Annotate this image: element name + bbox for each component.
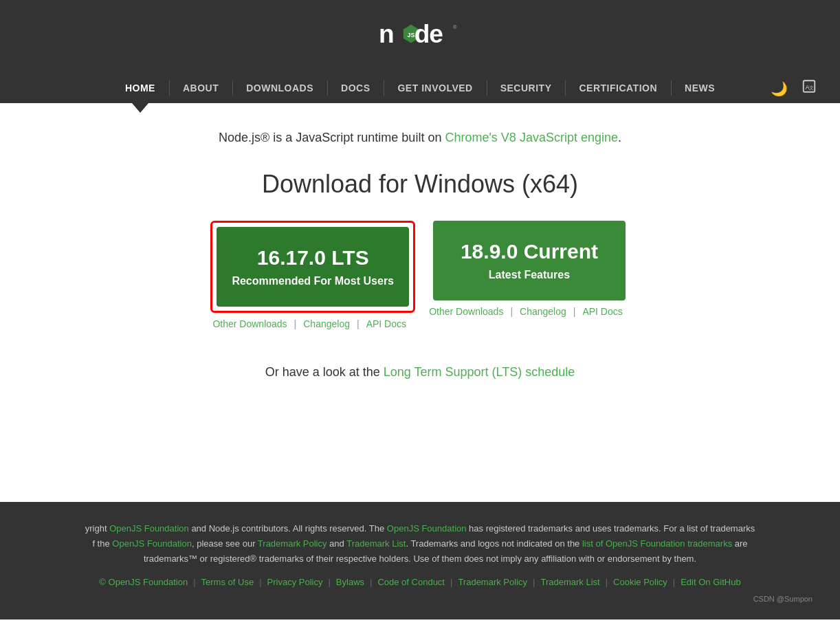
nav-link-security[interactable]: SECURITY — [487, 73, 566, 103]
nav-item-about[interactable]: ABOUT — [169, 73, 232, 103]
footer-links: © OpenJS Foundation | Terms of Use | Pri… — [27, 575, 813, 590]
footer-text-7: . Trademarks and logos not indicated on … — [406, 538, 582, 549]
footer-text-4: f the OpenJS Foundation, please see our … — [27, 536, 813, 551]
footer-link-conduct[interactable]: Code of Conduct — [372, 575, 450, 590]
openjs-trademarks-link[interactable]: list of OpenJS Foundation trademarks — [582, 538, 732, 549]
footer-text-9: trademarks™ or registered® trademarks of… — [27, 551, 813, 567]
nav-item-downloads[interactable]: DOWNLOADS — [232, 73, 327, 103]
footer-link-cookie[interactable]: Cookie Policy — [608, 575, 673, 590]
nav-link-docs[interactable]: DOCS — [327, 73, 384, 103]
footer-link-terms[interactable]: Terms of Use — [196, 575, 260, 590]
nav-link-home[interactable]: HOME — [111, 73, 169, 103]
nav-item-get-involved[interactable]: GET INVOLVED — [384, 73, 486, 103]
footer-link-trademark-policy[interactable]: Trademark Policy — [452, 575, 533, 590]
svg-text:文: 文 — [809, 85, 814, 91]
trademark-policy-link-1[interactable]: Trademark Policy — [258, 538, 327, 549]
logo-area: n JS de ® — [379, 12, 461, 61]
footer-copyright-start: yright — [85, 523, 109, 534]
footer-text-8: are — [732, 538, 747, 549]
nav-link-about[interactable]: ABOUT — [169, 73, 232, 103]
intro-text-after: . — [618, 131, 621, 144]
main-content: Node.js® is a JavaScript runtime built o… — [0, 103, 840, 502]
footer-text-3: has registered trademarks and uses trade… — [466, 523, 755, 534]
dark-mode-button[interactable]: 🌙 — [768, 77, 791, 99]
openjs-foundation-link-2[interactable]: OpenJS Foundation — [387, 523, 467, 534]
lts-download-button[interactable]: 16.17.0 LTS Recommended For Most Users — [217, 227, 409, 307]
download-buttons: 16.17.0 LTS Recommended For Most Users O… — [210, 221, 630, 329]
nav-item-news[interactable]: NEWS — [671, 73, 729, 103]
lts-schedule-paragraph: Or have a look at the Long Term Support … — [265, 365, 575, 380]
svg-text:JS: JS — [408, 32, 415, 39]
svg-text:de: de — [415, 19, 443, 48]
footer-credit: CSDN @Sumpon — [27, 593, 813, 606]
nodejs-logo: n JS de ® — [379, 12, 461, 61]
nav-link-certification[interactable]: CERTIFICATION — [565, 73, 671, 103]
v8-link[interactable]: Chrome's V8 JavaScript engine — [445, 131, 618, 144]
nav-link-news[interactable]: NEWS — [671, 73, 729, 103]
or-text-before: Or have a look at the — [265, 365, 384, 379]
nav-links: HOME ABOUT DOWNLOADS DOCS GET INVOLVED S… — [111, 73, 729, 103]
footer-link-privacy[interactable]: Privacy Policy — [262, 575, 329, 590]
main-nav: HOME ABOUT DOWNLOADS DOCS GET INVOLVED S… — [0, 73, 840, 103]
current-other-downloads-link[interactable]: Other Downloads — [429, 306, 510, 317]
current-section: 18.9.0 Current Latest Features Other Dow… — [429, 221, 630, 329]
footer-text-6: and — [327, 538, 347, 549]
lts-version: 16.17.0 LTS — [230, 246, 395, 270]
lts-other-downloads-link[interactable]: Other Downloads — [212, 318, 294, 329]
lts-download-links: Other Downloads | Changelog | API Docs — [212, 318, 413, 329]
current-download-links: Other Downloads | Changelog | API Docs — [429, 306, 630, 317]
footer-text-2: and Node.js contributors. All rights res… — [189, 523, 387, 534]
footer-link-bylaws[interactable]: Bylaws — [331, 575, 370, 590]
footer-link-github[interactable]: Edit On GitHub — [675, 575, 746, 590]
lts-api-docs-link[interactable]: API Docs — [360, 318, 413, 329]
nav-item-security[interactable]: SECURITY — [487, 73, 566, 103]
trademark-list-link-1[interactable]: Trademark List — [346, 538, 406, 549]
intro-paragraph: Node.js® is a JavaScript runtime built o… — [219, 131, 621, 145]
footer-of-the: f the — [92, 538, 112, 549]
svg-text:n: n — [379, 19, 394, 48]
intro-text-before: Node.js® is a JavaScript runtime built o… — [219, 131, 445, 144]
nav-link-get-involved[interactable]: GET INVOLVED — [384, 73, 486, 103]
nav-item-certification[interactable]: CERTIFICATION — [565, 73, 671, 103]
translate-button[interactable]: A 文 — [799, 76, 819, 100]
current-desc: Latest Features — [447, 269, 612, 281]
footer-text-1: yright OpenJS Foundation and Node.js con… — [27, 521, 813, 536]
footer-link-trademark-list[interactable]: Trademark List — [535, 575, 605, 590]
current-api-docs-link[interactable]: API Docs — [575, 306, 629, 317]
nav-item-home[interactable]: HOME — [111, 73, 169, 103]
footer: yright OpenJS Foundation and Node.js con… — [0, 502, 840, 619]
lts-schedule-link[interactable]: Long Term Support (LTS) schedule — [384, 365, 575, 379]
nav-link-downloads[interactable]: DOWNLOADS — [232, 73, 327, 103]
lts-desc: Recommended For Most Users — [230, 275, 395, 287]
current-version: 18.9.0 Current — [447, 240, 612, 263]
footer-text-5: , please see our — [192, 538, 258, 549]
download-title: Download for Windows (x64) — [262, 170, 578, 199]
header: n JS de ® HOME ABOUT DOWNLOADS DOCS — [0, 0, 840, 103]
svg-text:®: ® — [453, 24, 457, 30]
footer-link-openjs[interactable]: © OpenJS Foundation — [93, 575, 193, 590]
current-changelog-link[interactable]: Changelog — [513, 306, 573, 317]
nav-item-docs[interactable]: DOCS — [327, 73, 384, 103]
current-download-button[interactable]: 18.9.0 Current Latest Features — [433, 221, 626, 300]
lts-changelog-link[interactable]: Changelog — [296, 318, 357, 329]
nav-icons: 🌙 A 文 — [768, 76, 819, 100]
nav-active-arrow — [132, 103, 148, 113]
openjs-foundation-link-1[interactable]: OpenJS Foundation — [109, 523, 189, 534]
openjs-foundation-link-3[interactable]: OpenJS Foundation — [112, 538, 192, 549]
lts-highlight-box: 16.17.0 LTS Recommended For Most Users — [210, 221, 415, 313]
lts-section: 16.17.0 LTS Recommended For Most Users O… — [210, 221, 415, 329]
